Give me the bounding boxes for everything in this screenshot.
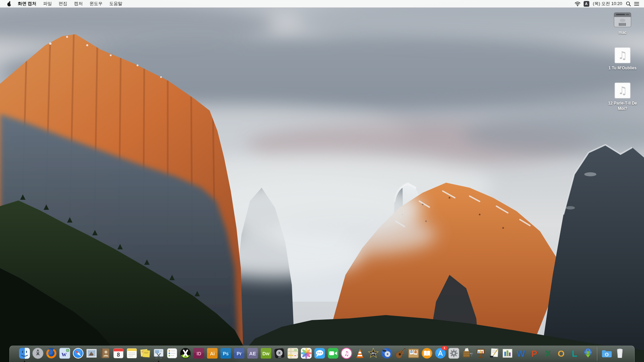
apple-logo-icon: [7, 1, 12, 7]
keynote-icon: [474, 347, 487, 360]
dock-item-grab-screen-capture[interactable]: [152, 346, 165, 362]
dock-item-maps[interactable]: 3D: [286, 346, 299, 362]
reminders-icon: [166, 347, 178, 360]
dock-item-downloads-folder[interactable]: [600, 346, 613, 362]
svg-text:O: O: [557, 348, 565, 358]
menu-item-3[interactable]: 윈도우: [86, 1, 106, 6]
svg-text:W: W: [517, 348, 525, 358]
spotlight-icon[interactable]: [626, 1, 631, 6]
dock-item-safari[interactable]: [72, 346, 85, 362]
dock-item-dreamweaver[interactable]: Dw: [260, 346, 272, 362]
menu-item-0[interactable]: 파일: [40, 1, 55, 6]
dreamweaver-icon: Dw: [260, 347, 272, 360]
notification-center-icon[interactable]: [634, 2, 639, 6]
dock-item-app-store[interactable]: 1: [434, 346, 447, 362]
menu-item-2[interactable]: 캡처: [71, 1, 86, 6]
dock-item-stickies[interactable]: [139, 346, 152, 362]
apple-menu[interactable]: [3, 1, 14, 7]
w-globe-app-icon: w: [58, 347, 71, 360]
messages-icon: [313, 347, 326, 360]
svg-text:X: X: [545, 348, 551, 358]
svg-text:P: P: [531, 348, 537, 358]
dock-item-after-effects[interactable]: AE: [246, 346, 259, 362]
menu-app-name[interactable]: 화면 캡처: [14, 1, 40, 6]
dock-item-quarkxpress[interactable]: [179, 346, 192, 362]
dock-item-pages[interactable]: [488, 346, 500, 362]
menu-clock[interactable]: (목) 오전 10:20: [592, 1, 623, 7]
after-effects-icon: AE: [246, 347, 259, 360]
dock-item-itunes[interactable]: ♫: [340, 346, 353, 362]
dock-item-vlc[interactable]: [354, 346, 366, 362]
dock-item-lync[interactable]: LL: [568, 346, 581, 362]
dock-item-mail[interactable]: [85, 346, 98, 362]
dock-item-download-manager[interactable]: [582, 346, 594, 362]
maps-icon: 3D: [286, 347, 299, 360]
app-store-badge: 1: [442, 346, 447, 350]
dock-item-numbers[interactable]: [501, 346, 514, 362]
dock-item-photoshop[interactable]: Ps: [219, 346, 232, 362]
desktop-icon-macintosh-hd[interactable]: mac: [603, 10, 642, 36]
svg-text:♫: ♫: [618, 84, 627, 97]
svg-text:Ai: Ai: [210, 351, 214, 356]
dock-item-photos[interactable]: [300, 346, 313, 362]
dock-item-garageband[interactable]: [394, 346, 407, 362]
app-menus: 화면 캡처파일편집캡처윈도우도움말: [14, 0, 126, 7]
dock-item-messages[interactable]: [313, 346, 326, 362]
desktop-icon-audio-file-2[interactable]: ♫12 Parle-T-Il De Moi?: [603, 81, 642, 111]
safari-icon: [72, 347, 85, 360]
dock-item-calendar[interactable]: 8: [112, 346, 125, 362]
wallpaper-el-capitan: [0, 0, 644, 362]
numbers-icon: [501, 347, 514, 360]
dock-item-notes[interactable]: [125, 346, 138, 362]
garageband-icon: [394, 347, 407, 360]
dock-item-excel[interactable]: XX: [541, 346, 554, 362]
menu-item-1[interactable]: 편집: [55, 1, 71, 6]
dock-item-reminders[interactable]: [166, 346, 178, 362]
desktop-icon-column: mac♫1 Tu M'Oublies♫12 Parle-T-Il De Moi?: [603, 10, 642, 121]
dock-item-launchpad[interactable]: [32, 346, 44, 362]
dock-item-powerpoint[interactable]: PP: [528, 346, 541, 362]
grab-screen-capture-icon: [152, 347, 165, 360]
svg-text:ID: ID: [196, 351, 201, 356]
mail-icon: [85, 347, 98, 360]
desktop-background[interactable]: [0, 0, 644, 362]
dock-item-contacts[interactable]: [99, 346, 111, 362]
dock-item-stuffit-expander[interactable]: [461, 346, 474, 362]
running-indicator: [24, 361, 25, 362]
quarkxpress-icon: [179, 347, 192, 360]
dock-item-imovie[interactable]: [367, 346, 380, 362]
wifi-icon[interactable]: [575, 1, 581, 6]
dock-item-facetime[interactable]: [327, 346, 339, 362]
menu-item-4[interactable]: 도움말: [106, 1, 126, 6]
dock-item-premiere[interactable]: Pr: [233, 346, 246, 362]
dock-item-finder[interactable]: [18, 346, 31, 362]
powerpoint-icon: PP: [528, 347, 541, 360]
dock-item-ibooks[interactable]: [421, 346, 433, 362]
dock-item-illustrator[interactable]: Ai: [206, 346, 219, 362]
dock-item-collage-board-app[interactable]: [407, 346, 420, 362]
firefox-icon: [45, 347, 58, 360]
input-source-icon[interactable]: A: [584, 1, 589, 7]
indesign-icon: ID: [193, 347, 205, 360]
dock-item-w-globe-app[interactable]: w: [58, 346, 71, 362]
vlc-icon: [354, 347, 366, 360]
svg-text:8: 8: [117, 351, 120, 357]
finder-icon: [18, 347, 31, 360]
dock-item-dvd-video-app[interactable]: [380, 346, 393, 362]
desktop-icon-audio-file-1[interactable]: ♫1 Tu M'Oublies: [603, 46, 642, 71]
photos-icon: [300, 347, 313, 360]
dock-separator: [597, 347, 597, 361]
running-indicator: [158, 361, 159, 362]
dock-item-word[interactable]: WW: [515, 346, 527, 362]
dock-item-outlook[interactable]: OO: [555, 346, 568, 362]
download-manager-icon: [582, 347, 594, 360]
dock-item-firefox[interactable]: [45, 346, 58, 362]
dock-item-keynote[interactable]: [474, 346, 487, 362]
dock-item-trash[interactable]: [613, 346, 626, 362]
logic-audio-app-icon: [273, 347, 286, 360]
dock-item-system-preferences[interactable]: [447, 346, 460, 362]
outlook-icon: OO: [555, 347, 568, 360]
dock-item-logic-audio-app[interactable]: [273, 346, 286, 362]
dock-item-indesign[interactable]: ID: [193, 346, 205, 362]
svg-text:L: L: [572, 348, 577, 358]
